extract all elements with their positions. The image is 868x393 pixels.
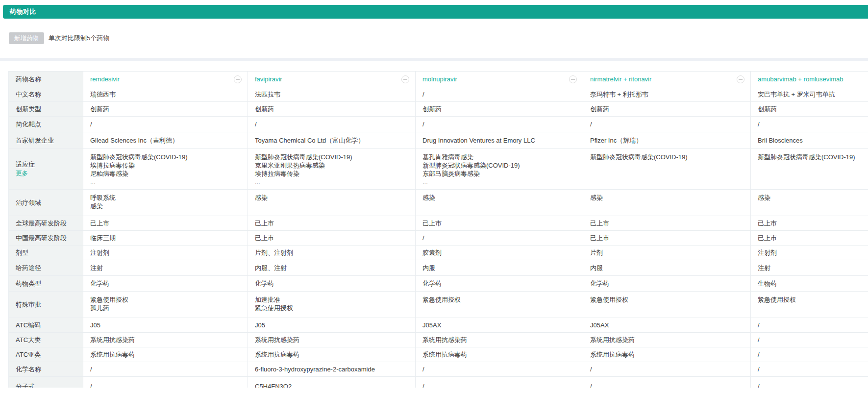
panel-divider xyxy=(0,58,868,61)
cell: 6-fluoro-3-hydroxypyrazine-2-carboxamide xyxy=(248,362,416,377)
drug-name-link[interactable]: favipiravir xyxy=(255,75,282,83)
cell: / xyxy=(83,362,248,377)
add-drug-button[interactable]: 新增药物 xyxy=(9,32,44,44)
cell: / xyxy=(416,87,583,102)
comparison-limit-hint: 单次对比限制5个药物 xyxy=(49,34,109,43)
table-row-simplified-target: 简化靶点 / / / / / xyxy=(9,117,868,132)
cell: 创新药 xyxy=(583,102,751,117)
cell: 已上市 xyxy=(583,231,751,246)
cell: / xyxy=(751,377,868,388)
cell: 创新药 xyxy=(248,102,416,117)
cell: 紧急使用授权 xyxy=(583,292,751,318)
row-label: ATC亚类 xyxy=(9,347,83,362)
cell: 生物药 xyxy=(751,276,868,292)
cell: 系统用抗感染药 xyxy=(248,333,416,347)
drug-name-link[interactable]: nirmatrelvir + ritonavir xyxy=(590,75,651,83)
cell: 片剂、注射剂 xyxy=(248,246,416,260)
row-label: 中国最高研发阶段 xyxy=(9,231,83,246)
cell: 胶囊剂 xyxy=(416,246,583,260)
cell: / xyxy=(583,362,751,377)
page-title-bar: 药物对比 xyxy=(3,5,868,19)
row-label: 药物类型 xyxy=(9,276,83,292)
remove-drug-icon[interactable] xyxy=(569,75,577,83)
cell: 系统用抗感染药 xyxy=(83,333,248,347)
cell: / xyxy=(83,117,248,132)
cell: 化学药 xyxy=(248,276,416,292)
drug-comparison-table: 药物名称 remdesivir favipiravir molnupiravir… xyxy=(8,71,868,388)
cell: / xyxy=(416,231,583,246)
cell: 感染 xyxy=(751,190,868,216)
drug-name-link[interactable]: remdesivir xyxy=(90,75,120,83)
drug-name-link[interactable]: molnupiravir xyxy=(422,75,457,83)
cell: 已上市 xyxy=(583,216,751,231)
cell: / xyxy=(751,362,868,377)
table-row-dosage-form: 剂型 注射剂 片剂、注射剂 胶囊剂 片剂 注射剂 xyxy=(9,246,868,260)
cell: / xyxy=(416,377,583,388)
cell: 内服 xyxy=(416,260,583,276)
cell: 临床三期 xyxy=(83,231,248,246)
cell: 奈玛特韦 + 利托那韦 xyxy=(583,87,751,102)
cell: 注射剂 xyxy=(751,246,868,260)
cell: / xyxy=(416,117,583,132)
page-title: 药物对比 xyxy=(3,7,36,16)
cell: 紧急使用授权 孤儿药 xyxy=(83,292,248,318)
cell: 注射 xyxy=(751,260,868,276)
remove-drug-icon[interactable] xyxy=(401,75,409,83)
row-label: 特殊审批 xyxy=(9,292,83,318)
cell: 注射 xyxy=(83,260,248,276)
row-label: 剂型 xyxy=(9,246,83,260)
drug-name-link[interactable]: amubarvimab + romlusevimab xyxy=(758,75,843,83)
row-label: 简化靶点 xyxy=(9,117,83,132)
row-label: 适应症 更多 xyxy=(9,149,83,190)
cell: 系统用抗病毒药 xyxy=(583,347,751,362)
row-label: 创新类型 xyxy=(9,102,83,117)
row-label: 首家研发企业 xyxy=(9,132,83,149)
cell: 安巴韦单抗 + 罗米司韦单抗 xyxy=(751,87,868,102)
cell: 创新药 xyxy=(416,102,583,117)
drug-column-header: amubarvimab + romlusevimab xyxy=(751,72,868,87)
table-header-row: 药物名称 remdesivir favipiravir molnupiravir… xyxy=(9,72,868,87)
cell: J05 xyxy=(248,318,416,333)
cell: / xyxy=(751,347,868,362)
cell: Drug Innovation Ventures at Emory LLC xyxy=(416,132,583,149)
cell: J05AX xyxy=(416,318,583,333)
cell: Toyama Chemical Co Ltd（富山化学） xyxy=(248,132,416,149)
cell: 瑞德西韦 xyxy=(83,87,248,102)
row-label: ATC编码 xyxy=(9,318,83,333)
row-label: 化学名称 xyxy=(9,362,83,377)
comparison-table-scroll-area[interactable]: 药物名称 remdesivir favipiravir molnupiravir… xyxy=(8,61,868,388)
drug-column-header: favipiravir xyxy=(248,72,416,87)
table-row-treatment-areas: 治疗领域 呼吸系统 感染 感染 感染 感染 感染 xyxy=(9,190,868,216)
cell: J05 xyxy=(83,318,248,333)
table-row-china-highest-stage: 中国最高研发阶段 临床三期 已上市 / 已上市 已上市 xyxy=(9,231,868,246)
cell: 创新药 xyxy=(751,102,868,117)
cell: 系统用抗病毒药 xyxy=(83,347,248,362)
cell: 已上市 xyxy=(248,231,416,246)
cell: 呼吸系统 感染 xyxy=(83,190,248,216)
row-label: 治疗领域 xyxy=(9,190,83,216)
cell: 感染 xyxy=(248,190,416,216)
table-row-chemical-name: 化学名称 / 6-fluoro-3-hydroxypyrazine-2-carb… xyxy=(9,362,868,377)
remove-drug-icon[interactable] xyxy=(234,75,242,83)
drug-column-header: remdesivir xyxy=(83,72,248,87)
cell: 加速批准 紧急使用授权 xyxy=(248,292,416,318)
cell: 感染 xyxy=(416,190,583,216)
cell: / xyxy=(751,318,868,333)
cell: 已上市 xyxy=(248,216,416,231)
cell: Brii Biosciences xyxy=(751,132,868,149)
cell: / xyxy=(248,117,416,132)
cell: 片剂 xyxy=(583,246,751,260)
cell: 新型肺炎冠状病毒感染(COVID-19) xyxy=(751,149,868,190)
cell: 已上市 xyxy=(751,216,868,231)
cell: 新型肺炎冠状病毒感染(COVID-19) 克里米亚刚果热病毒感染 埃博拉病毒传染… xyxy=(248,149,416,190)
table-row-special-approval: 特殊审批 紧急使用授权 孤儿药 加速批准 紧急使用授权 紧急使用授权 紧急使用授… xyxy=(9,292,868,318)
row-label: 给药途径 xyxy=(9,260,83,276)
drug-column-header: molnupiravir xyxy=(416,72,583,87)
cell: 注射剂 xyxy=(83,246,248,260)
cell: / xyxy=(751,117,868,132)
cell: 化学药 xyxy=(416,276,583,292)
cell: 新型肺炎冠状病毒感染(COVID-19) 埃博拉病毒传染 尼帕病毒感染 ... xyxy=(83,149,248,190)
remove-drug-icon[interactable] xyxy=(737,75,744,83)
more-link[interactable]: 更多 xyxy=(16,170,28,178)
cell: 法匹拉韦 xyxy=(248,87,416,102)
